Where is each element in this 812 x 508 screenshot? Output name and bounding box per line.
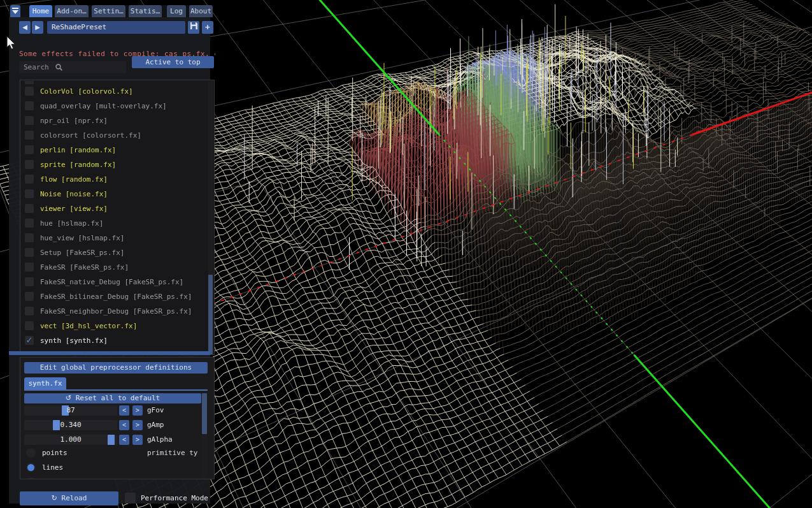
effect-label[interactable]: colorsort [colorsort.fx] (40, 128, 141, 143)
variable-row-gamp: 0.340<>gAmp (20, 420, 214, 430)
active-to-top-button[interactable]: Active to top (132, 56, 214, 68)
effect-checkbox[interactable] (25, 87, 34, 96)
radio-partial[interactable] (26, 477, 36, 479)
effect-row: perlin [random.fx] (20, 143, 214, 157)
effect-checkbox[interactable]: ✓ (25, 336, 34, 345)
effect-label[interactable]: flow [random.fx] (40, 172, 108, 187)
effect-checkbox[interactable] (25, 145, 34, 154)
effect-checkbox[interactable] (25, 292, 34, 301)
tab-settin[interactable]: Settin… (92, 5, 125, 17)
scrollbar-thumb[interactable] (208, 275, 213, 354)
effect-row: ColorVol [colorvol.fx] (20, 84, 214, 99)
decrement-button[interactable]: < (119, 435, 129, 445)
collapse-menu-button[interactable] (10, 5, 20, 17)
variable-name-label: gAmp (147, 420, 164, 430)
decrement-button[interactable]: < (119, 420, 129, 430)
effect-label[interactable]: hue_view [hslmap.fx] (40, 231, 124, 245)
effect-label[interactable]: quad_overlay [mult-overlay.fx] (40, 99, 167, 113)
reload-button[interactable]: ↻ Reload (20, 491, 118, 505)
effect-row: flow [random.fx] (20, 172, 214, 187)
effect-row: FakeSR [FakeSR_ps.fx] (20, 260, 214, 275)
effect-label[interactable]: hue [hslmap.fx] (40, 216, 103, 231)
tab-home[interactable]: Home (29, 5, 52, 17)
effect-row: hue [hslmap.fx] (20, 216, 214, 231)
effect-checkbox[interactable] (25, 204, 34, 213)
effect-label[interactable]: sprite [random.fx] (40, 157, 116, 172)
radio-label: points (42, 447, 68, 460)
variable-row-gfov: 87<>gFov (20, 405, 214, 416)
variables-scrollbar[interactable] (202, 393, 207, 477)
effect-row: FakeSR_neighbor_Debug [FakeSR_ps.fx] (20, 304, 214, 319)
radio-points[interactable] (26, 448, 36, 458)
effect-label[interactable]: npr_oil [npr.fx] (40, 113, 108, 128)
decrement-button[interactable]: < (119, 405, 129, 416)
tab-bar: HomeAdd-on…Settin…Statis…LogAbout (9, 5, 210, 17)
effect-row: Setup [FakeSR_ps.fx] (20, 245, 214, 260)
effect-checkbox[interactable] (25, 175, 34, 184)
effect-checkbox[interactable] (25, 263, 34, 272)
effect-checkbox[interactable] (25, 233, 34, 242)
radio-group-label: primitive ty (147, 447, 197, 460)
preset-back-button[interactable]: ◀ (19, 21, 31, 34)
edit-global-preprocessor-button[interactable]: Edit global preprocessor definitions (24, 362, 208, 374)
tab-synth-fx[interactable]: synth.fx (24, 377, 66, 389)
reload-icon: ↻ (52, 494, 57, 502)
effect-row: vect [3d_hsl_vector.fx] (20, 319, 214, 333)
performance-mode-checkbox[interactable] (125, 493, 136, 504)
slider-value: 0.340 (24, 420, 117, 430)
effect-label[interactable]: viewer [view.fx] (40, 201, 108, 216)
scrollbar-thumb[interactable] (202, 393, 207, 434)
effect-checkbox[interactable] (25, 248, 34, 257)
effect-row: hue_view [hslmap.fx] (20, 231, 214, 245)
effect-checkbox[interactable] (25, 101, 34, 110)
effect-label[interactable]: FakeSR [FakeSR_ps.fx] (40, 260, 129, 275)
effect-row: FakeSR_native_Debug [FakeSR_ps.fx] (20, 275, 214, 289)
effect-label[interactable]: Noise [noise.fx] (40, 187, 108, 201)
effect-checkbox[interactable] (25, 131, 34, 140)
preset-forward-button[interactable]: ▶ (32, 21, 43, 34)
reset-icon: ↺ (66, 394, 71, 402)
radio-lines[interactable] (26, 463, 36, 472)
effect-label[interactable]: ColorVol [colorvol.fx] (40, 84, 133, 99)
effect-checkbox[interactable] (25, 160, 34, 169)
search-placeholder: Search (24, 63, 49, 71)
effect-label[interactable]: perlin [random.fx] (40, 143, 116, 157)
search-input[interactable]: Search (19, 61, 126, 73)
slider-value: 1.000 (24, 435, 117, 445)
tab-statis[interactable]: Statis… (129, 5, 162, 17)
effect-checkbox[interactable] (25, 307, 34, 316)
effect-label[interactable]: FakeSR_native_Debug [FakeSR_ps.fx] (40, 275, 183, 289)
panel-splitter[interactable] (9, 351, 210, 355)
effect-checkbox[interactable] (25, 321, 34, 330)
mouse-cursor (6, 36, 17, 50)
radio-row: pointsprimitive ty (20, 447, 214, 460)
effect-row: sprite [random.fx] (20, 157, 214, 172)
effect-checkbox[interactable] (25, 116, 34, 125)
tab-log[interactable]: Log (167, 5, 186, 17)
effect-row: colorsort [colorsort.fx] (20, 128, 214, 143)
variable-name-label: gFov (147, 405, 164, 416)
increment-button[interactable]: > (132, 405, 143, 416)
effect-checkbox[interactable] (25, 189, 34, 198)
effect-label[interactable]: vect [3d_hsl_vector.fx] (40, 319, 137, 333)
search-icon (53, 63, 62, 71)
effect-label[interactable]: FakeSR_bilinear_Debug [FakeSR_ps.fx] (40, 289, 192, 304)
tab-addon[interactable]: Add-on… (55, 5, 89, 17)
tab-about[interactable]: About (189, 5, 213, 17)
effect-checkbox[interactable] (25, 219, 34, 228)
effect-list-scrollbar[interactable] (208, 82, 213, 353)
variable-editor: Edit global preprocessor definitions syn… (20, 357, 215, 479)
increment-button[interactable]: > (132, 420, 143, 430)
effect-label[interactable]: FakeSR_neighbor_Debug [FakeSR_ps.fx] (40, 304, 192, 319)
effect-label[interactable]: synth [synth.fx] (40, 333, 108, 348)
file-tab-underline (24, 389, 208, 391)
radio-label: lines (42, 461, 63, 474)
save-preset-button[interactable] (188, 21, 199, 34)
reset-all-button[interactable]: ↺ Reset all to default (24, 393, 201, 403)
increment-button[interactable]: > (132, 435, 143, 445)
preset-path-field[interactable]: ReShadePreset (47, 21, 185, 34)
slider-value: 87 (24, 405, 117, 416)
effect-label[interactable]: Setup [FakeSR_ps.fx] (40, 245, 124, 260)
effect-checkbox[interactable] (25, 277, 34, 286)
add-preset-button[interactable]: + (202, 21, 213, 34)
